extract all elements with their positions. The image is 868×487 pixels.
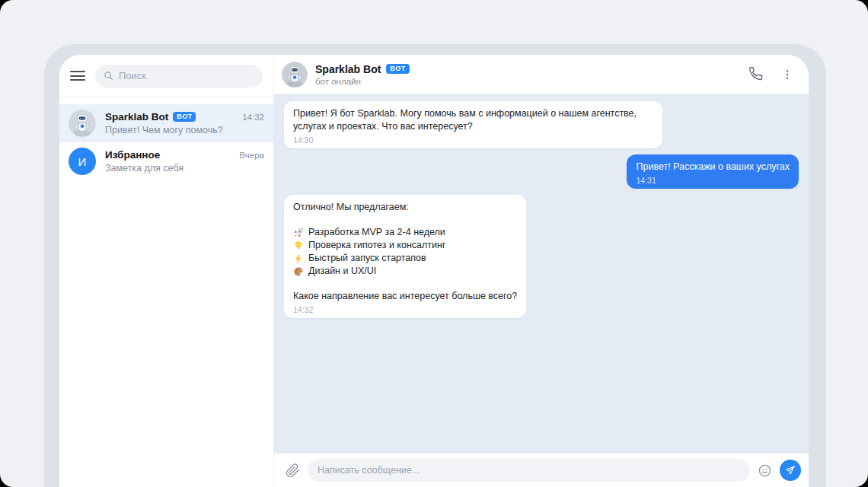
smiley-icon[interactable] (758, 463, 772, 478)
service-text: Разработка MVP за 2-4 недели (308, 226, 445, 239)
service-item: Дизайн и UX/UI (293, 265, 517, 278)
service-text: Проверка гипотез и консалтинг (308, 239, 446, 252)
message-field[interactable] (308, 459, 750, 482)
service-text: Быстрый запуск стартапов (308, 252, 426, 265)
user-message: Привет! Расскажи о ваших услугах 14:31 (627, 154, 799, 189)
search-icon (104, 71, 113, 81)
chat-preview: Заметка для себя (105, 163, 264, 173)
bot-badge: BOT (173, 112, 196, 122)
send-button[interactable] (780, 460, 801, 481)
chat-row-content: Sparklab Bot BOT 14:32 Привет! Чем могу … (105, 111, 264, 135)
chat-title: Sparklab Bot (315, 63, 381, 75)
search-input[interactable] (119, 70, 254, 81)
sidebar-header (59, 55, 273, 97)
message-text: Какое направление вас интересует больше … (293, 290, 517, 303)
composer (274, 454, 809, 487)
message-input[interactable] (318, 465, 740, 476)
sidebar: Sparklab Bot BOT 14:32 Привет! Чем могу … (59, 55, 274, 487)
message-list: Привет! Я бот Sparklab. Могу помочь вам … (274, 94, 809, 454)
palette-emoji (293, 266, 304, 277)
service-item: Быстрый запуск стартапов (293, 252, 517, 265)
kebab-menu-icon[interactable] (781, 68, 793, 81)
desktop-background: Sparklab Bot BOT 14:32 Привет! Чем могу … (0, 0, 868, 487)
chat-time: 14:32 (242, 113, 264, 122)
message-time: 14:30 (293, 135, 653, 145)
lightning-emoji (293, 253, 304, 264)
message-text: Привет! Я бот Sparklab. Могу помочь вам … (293, 107, 653, 133)
chat-panel: Sparklab Bot BOT бот онлайн (274, 55, 809, 487)
message-time: 14:32 (293, 305, 517, 314)
app-frame: Sparklab Bot BOT 14:32 Привет! Чем могу … (44, 44, 826, 487)
bot-message-services: Отлично! Мы предлагаем: (284, 195, 526, 318)
message-time: 14:31 (636, 176, 790, 185)
message-text: Привет! Расскажи о ваших услугах (636, 161, 790, 173)
robot-avatar (282, 62, 308, 88)
bulb-emoji (293, 240, 304, 251)
rocket-emoji (293, 228, 304, 238)
paperclip-icon[interactable] (286, 463, 300, 478)
phone-icon[interactable] (748, 67, 763, 81)
messenger-window: Sparklab Bot BOT 14:32 Привет! Чем могу … (59, 55, 809, 487)
service-item: Проверка гипотез и консалтинг (293, 239, 517, 252)
service-item: Разработка MVP за 2-4 недели (293, 226, 517, 239)
service-text: Дизайн и UX/UI (308, 265, 376, 278)
chat-row-content: Избранное Вчера Заметка для себя (105, 149, 264, 173)
robot-avatar (69, 110, 96, 137)
header-actions (748, 67, 793, 81)
send-icon (785, 465, 796, 476)
chat-name: Избранное (105, 149, 160, 161)
online-status: бот онлайн (315, 77, 410, 86)
menu-button[interactable] (70, 71, 85, 81)
search-field[interactable] (95, 65, 263, 88)
chat-name: Sparklab Bot (105, 111, 168, 123)
chat-preview: Привет! Чем могу помочь? (105, 125, 264, 135)
chat-header-text: Sparklab Bot BOT бот онлайн (315, 63, 410, 86)
bot-badge: BOT (386, 64, 409, 74)
bot-message: Привет! Я бот Sparklab. Могу помочь вам … (284, 101, 662, 148)
chat-time: Вчера (240, 151, 264, 160)
message-text: Отлично! Мы предлагаем: (293, 201, 517, 214)
chat-header: Sparklab Bot BOT бот онлайн (274, 55, 809, 94)
chat-list-item-sparklab-bot[interactable]: Sparklab Bot BOT 14:32 Привет! Чем могу … (59, 104, 273, 142)
chat-list: Sparklab Bot BOT 14:32 Привет! Чем могу … (59, 97, 273, 180)
chat-list-item-favorites[interactable]: И Избранное Вчера Заметка для себя (59, 142, 273, 180)
favorites-avatar: И (69, 148, 96, 175)
